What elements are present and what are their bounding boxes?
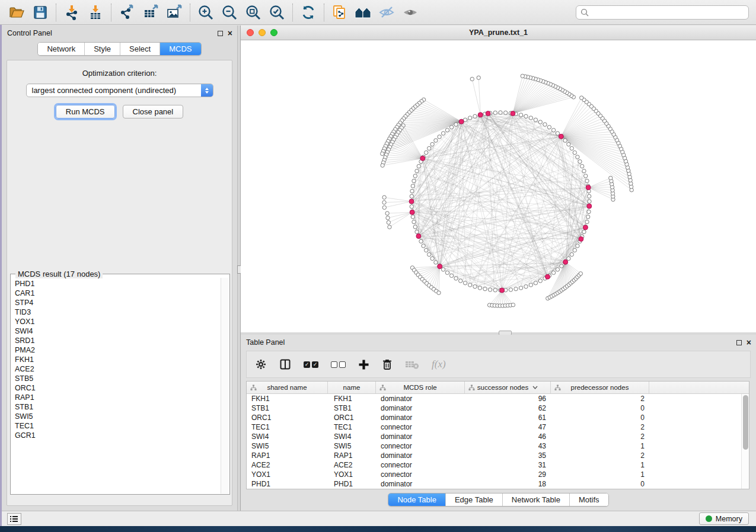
graph-node[interactable] <box>411 215 414 219</box>
table-settings-button[interactable] <box>255 358 267 370</box>
graph-node[interactable] <box>560 264 563 268</box>
graph-mcds-node[interactable] <box>587 204 592 209</box>
graph-node[interactable] <box>588 200 591 203</box>
graph-mcds-node[interactable] <box>438 264 442 269</box>
graph-node[interactable] <box>499 111 502 114</box>
network-window-titlebar[interactable]: YPA_prune.txt_1 <box>241 25 756 40</box>
graph-node[interactable] <box>438 135 441 139</box>
memory-button[interactable]: Memory <box>699 512 749 525</box>
graph-node[interactable] <box>425 150 428 154</box>
graph-node[interactable] <box>445 271 449 274</box>
graph-node[interactable] <box>534 118 537 121</box>
graph-node[interactable] <box>529 283 532 287</box>
float-panel-icon[interactable] <box>218 31 223 36</box>
mcds-result-item[interactable]: TEC1 <box>15 421 221 431</box>
graph-node[interactable] <box>570 252 573 256</box>
open-file-button[interactable] <box>5 2 28 23</box>
graph-node[interactable] <box>410 205 413 209</box>
graph-leaf-node[interactable] <box>580 96 583 100</box>
network-graph[interactable] <box>241 40 756 332</box>
graph-node[interactable] <box>459 279 462 283</box>
graph-leaf-node[interactable] <box>381 152 384 155</box>
graph-node[interactable] <box>454 277 458 280</box>
graph-node[interactable] <box>580 164 584 168</box>
table-row[interactable]: TEC1TEC1connector472 <box>247 422 749 432</box>
graph-node[interactable] <box>473 285 477 289</box>
graph-node[interactable] <box>563 139 567 142</box>
graph-node[interactable] <box>412 179 416 182</box>
graph-leaf-node[interactable] <box>387 220 390 224</box>
graph-leaf-node[interactable] <box>386 216 390 220</box>
close-panel-icon[interactable]: × <box>228 30 232 36</box>
graph-node[interactable] <box>493 289 497 292</box>
column-header-successor-nodes[interactable]: successor nodes <box>465 382 551 393</box>
mcds-result-item[interactable]: ORC1 <box>15 383 221 393</box>
mcds-result-item[interactable]: PHD1 <box>15 279 221 289</box>
mcds-result-item[interactable]: STB1 <box>15 402 221 412</box>
mcds-result-item[interactable]: SRD1 <box>15 336 221 345</box>
mcds-result-item[interactable]: RAP1 <box>15 393 221 402</box>
graph-node[interactable] <box>567 142 570 146</box>
graph-node[interactable] <box>578 160 582 164</box>
graph-mcds-node[interactable] <box>546 274 550 279</box>
run-mcds-button[interactable]: Run MCDS <box>56 105 115 118</box>
graph-node[interactable] <box>415 230 419 233</box>
refresh-layout-button[interactable] <box>296 2 320 23</box>
graph-node[interactable] <box>449 274 453 277</box>
graph-leaf-node[interactable] <box>381 164 384 167</box>
zoom-out-button[interactable] <box>218 2 241 23</box>
zoom-selected-button[interactable] <box>265 2 289 23</box>
table-row[interactable]: YOX1YOX1connector291 <box>247 470 749 479</box>
mcds-list-scrollbar[interactable] <box>221 278 229 493</box>
graph-node[interactable] <box>493 111 497 114</box>
column-header-MCDS-role[interactable]: MCDS role <box>376 382 465 393</box>
mcds-result-item[interactable]: PMA2 <box>15 345 221 355</box>
table-row[interactable]: ORC1ORC1dominator610 <box>247 413 749 422</box>
save-session-button[interactable] <box>28 2 52 23</box>
graph-node[interactable] <box>524 114 528 118</box>
graph-node[interactable] <box>582 169 586 173</box>
graph-mcds-node[interactable] <box>511 111 515 116</box>
graph-node[interactable] <box>504 111 508 114</box>
graph-node[interactable] <box>428 146 431 150</box>
graph-node[interactable] <box>524 285 528 289</box>
tab-node-table[interactable]: Node Table <box>388 493 445 506</box>
tab-select[interactable]: Select <box>120 43 160 55</box>
graph-mcds-node[interactable] <box>586 185 591 190</box>
graph-mcds-node[interactable] <box>459 119 464 124</box>
zoom-fit-button[interactable] <box>241 2 265 23</box>
graph-node[interactable] <box>586 215 590 219</box>
close-panel-icon[interactable]: × <box>747 339 751 345</box>
tab-network-table[interactable]: Network Table <box>502 493 569 506</box>
mcds-result-item[interactable]: GCR1 <box>15 431 221 440</box>
search-box[interactable] <box>576 5 749 20</box>
mcds-result-item[interactable]: ACE2 <box>15 364 221 374</box>
unselect-all-columns-button[interactable] <box>331 361 346 368</box>
import-network-button[interactable] <box>60 2 84 23</box>
mcds-result-item[interactable]: STP4 <box>15 298 221 307</box>
graph-leaf-node[interactable] <box>477 76 480 79</box>
graph-leaf-node[interactable] <box>437 291 441 294</box>
graph-node[interactable] <box>449 126 453 129</box>
graph-node[interactable] <box>509 288 512 291</box>
mcds-result-item[interactable]: YOX1 <box>15 317 221 326</box>
graph-node[interactable] <box>413 225 417 229</box>
graph-mcds-node[interactable] <box>559 134 563 139</box>
graph-leaf-node[interactable] <box>470 77 474 81</box>
export-image-button[interactable] <box>162 2 186 23</box>
graph-mcds-node[interactable] <box>409 199 414 204</box>
graph-node[interactable] <box>551 129 555 132</box>
graph-node[interactable] <box>543 123 547 126</box>
graph-node[interactable] <box>434 261 438 264</box>
graph-node[interactable] <box>488 288 492 291</box>
graph-mcds-node[interactable] <box>500 288 505 293</box>
graph-node[interactable] <box>585 179 589 182</box>
graph-node[interactable] <box>411 184 414 188</box>
graph-node[interactable] <box>519 286 522 290</box>
graph-node[interactable] <box>538 279 542 283</box>
graph-mcds-node[interactable] <box>563 259 568 264</box>
graph-node[interactable] <box>417 164 420 168</box>
graph-node[interactable] <box>573 248 576 252</box>
graph-node[interactable] <box>582 230 586 233</box>
graph-node[interactable] <box>425 248 428 252</box>
